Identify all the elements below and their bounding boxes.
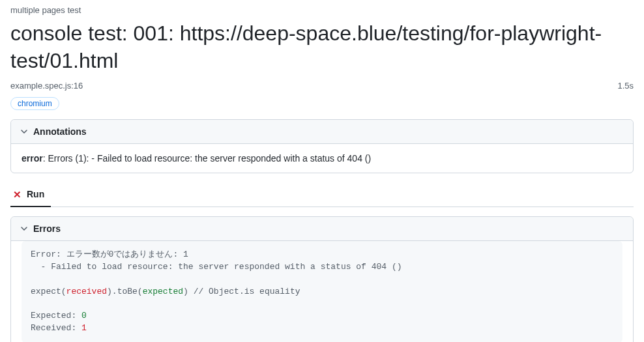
received-token: received [66, 287, 107, 296]
tab-run-label: Run [27, 189, 44, 199]
annotations-body: error: Errors (1): - Failed to load reso… [11, 144, 633, 173]
duration: 1.5s [617, 81, 634, 91]
file-location: example.spec.js:16 [10, 81, 83, 91]
errors-title: Errors [33, 223, 61, 234]
browser-chip[interactable]: chromium [10, 97, 59, 110]
expected-label: Expected: [31, 311, 81, 321]
annotations-panel: Annotations error: Errors (1): - Failed … [10, 119, 634, 173]
expected-token: expected [143, 287, 183, 296]
received-label: Received: [31, 323, 81, 333]
tabs: ✕ Run [10, 184, 634, 207]
expect-pre: expect( [31, 287, 66, 296]
annotation-error-text: : Errors (1): - Failed to load resource:… [43, 153, 371, 164]
annotations-title: Annotations [33, 126, 87, 137]
page-title: console test: 001: https://deep-space.bl… [10, 20, 634, 74]
breadcrumb: multiple pages test [10, 5, 634, 15]
expected-value: 0 [81, 311, 87, 321]
errors-panel: Errors Error: エラー数が0ではありません: 1 - Failed … [10, 216, 634, 342]
expect-mid: ).toBe( [107, 287, 143, 296]
chevron-down-icon [20, 128, 28, 135]
annotation-error-label: error [22, 153, 43, 164]
errors-header[interactable]: Errors [11, 217, 633, 241]
tab-run[interactable]: ✕ Run [10, 184, 51, 207]
annotations-header[interactable]: Annotations [11, 120, 633, 144]
received-value: 1 [81, 323, 87, 333]
fail-icon: ✕ [13, 190, 22, 199]
expect-post: ) // Object.is equality [183, 287, 300, 296]
error-line-1: Error: エラー数が0ではありません: 1 [31, 249, 188, 259]
chevron-down-icon [20, 225, 28, 233]
error-code-block: Error: エラー数が0ではありません: 1 - Failed to load… [22, 241, 622, 342]
error-line-2: - Failed to load resource: the server re… [31, 262, 402, 272]
